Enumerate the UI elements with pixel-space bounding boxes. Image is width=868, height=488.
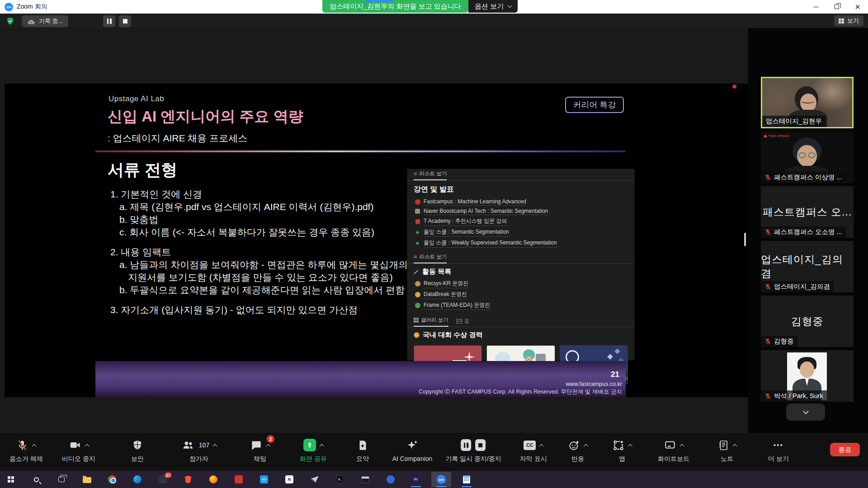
search-icon [34, 477, 39, 482]
notes-icon [717, 439, 729, 451]
chevron-up-icon[interactable] [584, 444, 588, 448]
premiere-button[interactable]: Pr [406, 472, 426, 487]
blue-app-button[interactable] [381, 472, 401, 487]
pause-recording-icon[interactable] [461, 439, 471, 451]
notion-button[interactable]: N [279, 472, 299, 487]
activities-heading: 활동 목록 [407, 264, 634, 278]
tab-list-view: ≡ 리스트 보기 [414, 253, 447, 263]
chevron-up-icon[interactable] [628, 444, 632, 448]
whiteboard-icon [664, 439, 676, 451]
ai-companion-label: AI Companion [392, 455, 433, 462]
terminal-icon: >_ [336, 475, 344, 483]
participant-name: 업스테이지_김의겸 [774, 282, 830, 291]
list-icon: ≡ [414, 170, 417, 177]
recording-pause-button[interactable] [103, 15, 115, 27]
leave-meeting-button[interactable]: 종료 [830, 443, 860, 456]
paper-plane-app-button[interactable] [305, 472, 325, 487]
chevron-up-icon[interactable] [680, 444, 684, 448]
pause-icon [107, 19, 112, 24]
more-button[interactable]: ••• 더 보기 [768, 438, 789, 463]
participant-name: 김형중 [774, 337, 794, 346]
table-icon [457, 319, 462, 324]
share-screen-icon [303, 439, 316, 451]
list-item: 3. 자기소개 (입사지원 동기) - 없어도 되지만 있으면 가산점 [110, 304, 422, 316]
notion-tabs: ≡ 리스트 보기 [407, 252, 634, 264]
share-screen-button[interactable]: 화면 공유 [300, 438, 327, 463]
unmute-button[interactable]: 음소거 해제 [9, 438, 43, 463]
recording-controls-button[interactable]: 기록 일시 중지/중지 [445, 438, 501, 463]
captions-button[interactable]: CC 자막 표시 [520, 438, 547, 463]
ai-companion-button[interactable]: AI Companion [392, 438, 433, 462]
participant-tile[interactable]: 패스트캠퍼스 오... 패스트캠퍼스 오소영 ... [761, 186, 854, 238]
zoom-taskbar-button[interactable]: zm [431, 472, 451, 487]
slide-divider [95, 150, 626, 152]
brave-button[interactable] [178, 472, 198, 487]
file-explorer-button[interactable] [77, 472, 97, 487]
captions-label: 자막 표시 [520, 455, 547, 463]
edge-button[interactable] [127, 472, 147, 487]
participant-tile[interactable]: 업스테이지_김의겸 업스테이지_김의겸 [761, 241, 854, 292]
stage-scrollbar[interactable] [744, 233, 746, 246]
chat-button[interactable]: 2 채팅 [250, 438, 270, 463]
notes-button[interactable]: 노트 [717, 438, 736, 463]
unread-badge: 27 [165, 472, 172, 478]
participants-button[interactable]: 107 참가자 [181, 438, 217, 463]
restore-button[interactable] [826, 0, 847, 14]
firefox-button[interactable] [203, 472, 223, 487]
recording-stop-button[interactable] [119, 15, 131, 27]
close-button[interactable]: × [847, 0, 868, 14]
apps-icon [613, 439, 625, 451]
reactions-button[interactable]: 반응 [568, 438, 588, 463]
participant-name-tag: 박석 / Park, Surk [761, 390, 827, 402]
shield-icon [132, 439, 143, 451]
participant-tile[interactable]: 김형중 김형중 [761, 296, 854, 347]
search-button[interactable] [26, 472, 46, 487]
participant-tile[interactable]: 업스테이지_김현우 [761, 77, 854, 128]
messenger-button[interactable]: 27 [153, 472, 173, 487]
chevron-up-icon[interactable] [266, 444, 271, 448]
task-view-button[interactable] [52, 472, 71, 487]
summary-button[interactable]: 요약 [356, 438, 369, 463]
participant-tile[interactable]: Fast campus 패스트캠퍼스 이상영 ... [761, 131, 854, 183]
stop-icon [123, 19, 127, 23]
muted-mic-icon [764, 174, 771, 181]
security-button[interactable]: 보안 [131, 438, 144, 463]
chevron-up-icon[interactable] [320, 444, 324, 448]
start-button[interactable] [1, 472, 21, 487]
chevron-up-icon[interactable] [32, 444, 37, 448]
ai-sparkle-icon [406, 439, 419, 451]
chevron-up-icon[interactable] [85, 444, 90, 448]
participant-name: 업스테이지_김현우 [766, 117, 822, 126]
chevron-up-icon[interactable] [733, 444, 737, 448]
participant-name-tag: 패스트캠퍼스 이상영 ... [761, 172, 846, 183]
view-options-button[interactable]: 옵션 보기 [468, 0, 518, 13]
firefox-icon [209, 475, 217, 483]
chevron-up-icon[interactable] [213, 444, 217, 448]
participants-scroll-down-button[interactable] [786, 404, 825, 421]
list-item: a. 제목 (김현우.pdf vs 업스테이지 AIRE 이력서 (김현우).p… [119, 201, 422, 213]
notepad-button[interactable] [457, 472, 476, 487]
chrome-button[interactable] [102, 472, 122, 487]
vscode-button[interactable]: <> [254, 472, 274, 487]
participant-name-tag: 업스테이지_김의겸 [761, 281, 834, 292]
chevron-up-icon[interactable] [539, 444, 544, 448]
terminal-window-button[interactable] [355, 472, 375, 487]
notion-tabs: ≡ 리스트 보기 [407, 169, 634, 181]
notion-screenshot-panel: ≡ 리스트 보기 강연 및 발표 Fastcampus : Machine Le… [407, 169, 635, 361]
participant-tile[interactable]: 박석 / Park, Surk [761, 350, 854, 402]
zoom-app-icon: zm [5, 3, 13, 11]
stop-recording-icon[interactable] [475, 439, 486, 451]
cmd-button[interactable]: >_ [330, 472, 350, 487]
minimize-button[interactable] [806, 0, 826, 14]
view-layout-button[interactable]: 보기 [834, 15, 863, 26]
summary-label: 요약 [356, 455, 369, 463]
red-app-button[interactable] [229, 472, 249, 487]
running-indicator [411, 486, 421, 488]
whiteboard-button[interactable]: 화이트보드 [658, 438, 689, 463]
awards-title: 국내 대회 수상 경력 [423, 331, 483, 339]
list-item: b. 두괄식으로 요약본을 같이 제공해준다면 읽는 사람 입장에서 편함 [119, 284, 422, 296]
view-grid-icon [839, 19, 844, 23]
apps-button[interactable]: 앱 [613, 438, 632, 463]
view-options-label: 옵션 보기 [475, 2, 504, 11]
stop-video-button[interactable]: 비디오 중지 [62, 438, 95, 463]
